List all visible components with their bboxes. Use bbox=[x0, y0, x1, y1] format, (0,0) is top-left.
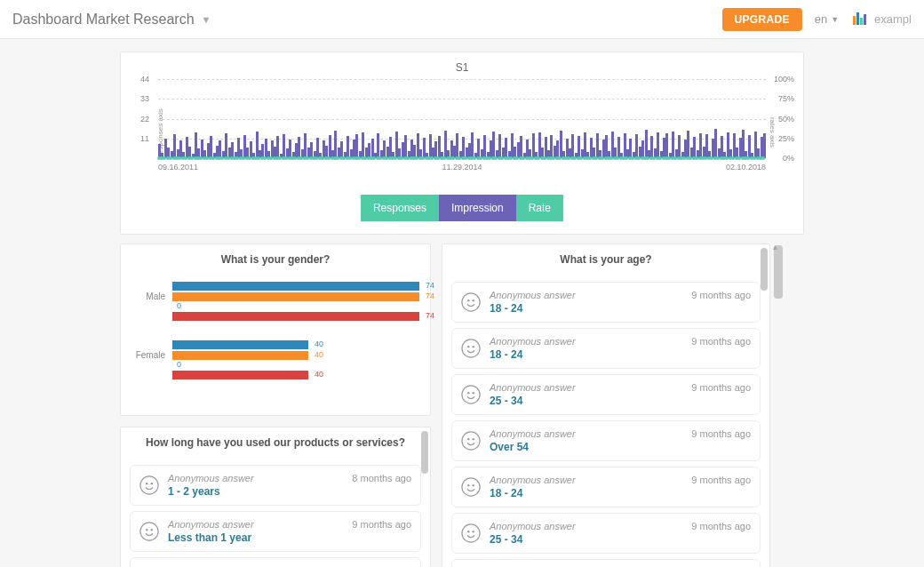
brand-logo-icon bbox=[851, 11, 869, 28]
tab-responses[interactable]: Responses bbox=[361, 195, 439, 221]
ytick-left: 33 bbox=[140, 94, 149, 103]
tab-rate[interactable]: Rate bbox=[516, 195, 563, 221]
timeline-card: S1 responses axis rates axis 44 33 22 11… bbox=[120, 52, 804, 235]
svg-point-24 bbox=[473, 438, 474, 440]
caret-down-icon: ▼ bbox=[202, 14, 211, 25]
language-label: en bbox=[815, 12, 827, 26]
svg-point-29 bbox=[467, 531, 469, 532]
answer-value: Less than 1 year bbox=[168, 531, 411, 544]
age-scrollbar[interactable] bbox=[761, 248, 768, 567]
answer-card[interactable]: Anonymous answer9 months ago18 - 24 bbox=[451, 559, 761, 567]
svg-point-30 bbox=[473, 531, 474, 532]
ytick-right: 0% bbox=[783, 154, 794, 163]
y-axis-right-label: rates axis bbox=[768, 117, 776, 148]
answer-anon-label: Anonymous answer bbox=[490, 521, 576, 531]
answer-anon-label: Anonymous answer bbox=[490, 475, 576, 485]
gender-label: Female bbox=[131, 350, 172, 360]
lower-grid: What is your gender? 74Male7407440Female… bbox=[120, 244, 804, 567]
gender-title: What is your gender? bbox=[121, 244, 430, 273]
gender-value: 74 bbox=[426, 311, 434, 320]
answer-card[interactable]: Anonymous answer9 months ago18 - 24 bbox=[451, 282, 761, 323]
ytick-right: 100% bbox=[774, 75, 794, 84]
gender-bar bbox=[172, 351, 308, 360]
answer-anon-label: Anonymous answer bbox=[168, 473, 254, 483]
caret-down-icon: ▼ bbox=[831, 15, 839, 24]
gender-value: 40 bbox=[315, 350, 323, 359]
xtick: 02.10.2018 bbox=[726, 163, 766, 172]
gender-label: Male bbox=[131, 291, 172, 301]
gender-bar bbox=[172, 292, 419, 301]
answer-anon-label: Anonymous answer bbox=[490, 382, 576, 393]
language-dropdown[interactable]: en ▼ bbox=[815, 12, 839, 26]
answer-value: 25 - 34 bbox=[490, 395, 751, 407]
answer-value: 18 - 24 bbox=[490, 487, 751, 499]
page-title: Dashboard Market Research bbox=[12, 12, 195, 28]
ytick-left: 11 bbox=[140, 134, 149, 143]
answer-card[interactable]: Anonymous answer9 months agoLess than 1 … bbox=[130, 511, 421, 552]
svg-point-25 bbox=[462, 478, 480, 496]
svg-point-7 bbox=[140, 523, 158, 540]
answer-time: 9 months ago bbox=[352, 519, 411, 530]
chart-title: S1 bbox=[133, 61, 791, 74]
answer-time: 8 months ago bbox=[352, 473, 411, 483]
svg-rect-1 bbox=[856, 12, 859, 25]
svg-rect-2 bbox=[860, 18, 863, 25]
topbar: Dashboard Market Research ▼ UPGRADE en ▼… bbox=[0, 0, 924, 39]
svg-point-26 bbox=[467, 484, 469, 486]
answer-card[interactable]: Anonymous answer9 months ago18 - 24 bbox=[451, 467, 761, 507]
answer-card[interactable]: Anonymous answer9 months ago18 - 24 bbox=[451, 328, 761, 369]
account-name[interactable]: exampl bbox=[874, 12, 912, 26]
svg-point-17 bbox=[467, 346, 469, 347]
answer-value: Over 54 bbox=[490, 441, 751, 453]
chart-plot: 44 33 22 11 100% 75% 50% 25% 0% bbox=[158, 79, 766, 159]
svg-rect-3 bbox=[864, 14, 866, 25]
gender-value: 40 bbox=[315, 339, 323, 348]
avatar-icon bbox=[461, 477, 481, 497]
scroll-up-icon[interactable]: ▴ bbox=[773, 242, 777, 252]
answer-anon-label: Anonymous answer bbox=[168, 519, 254, 530]
svg-point-27 bbox=[473, 484, 474, 486]
answer-card[interactable]: Anonymous answer9 months ago25 - 34 bbox=[451, 513, 761, 554]
avatar-icon bbox=[461, 523, 481, 543]
answer-value: 18 - 24 bbox=[490, 348, 751, 361]
svg-point-22 bbox=[462, 432, 480, 450]
age-title: What is your age? bbox=[442, 244, 769, 273]
answer-card[interactable]: Anonymous answer9 months ago25 - 34 bbox=[451, 374, 761, 415]
answer-value: 18 - 24 bbox=[490, 302, 751, 315]
tab-impression[interactable]: Impression bbox=[439, 195, 516, 221]
upgrade-button[interactable]: UPGRADE bbox=[722, 8, 802, 31]
svg-point-19 bbox=[462, 386, 480, 403]
avatar-icon bbox=[461, 385, 481, 404]
ytick-right: 50% bbox=[778, 115, 794, 124]
answer-time: 9 months ago bbox=[691, 290, 751, 300]
avatar-icon bbox=[139, 522, 159, 541]
answer-time: 9 months ago bbox=[691, 521, 751, 531]
gender-value: 40 bbox=[315, 370, 323, 379]
avatar-icon bbox=[461, 292, 481, 312]
ytick-right: 25% bbox=[778, 134, 794, 143]
answer-time: 9 months ago bbox=[691, 336, 751, 347]
xtick: 09.16.2011 bbox=[158, 163, 198, 172]
gender-bar bbox=[172, 340, 308, 349]
ytick-left: 22 bbox=[140, 115, 149, 124]
timeline-bar bbox=[763, 133, 766, 158]
page-title-dropdown[interactable]: Dashboard Market Research ▼ bbox=[12, 12, 211, 28]
answer-anon-label: Anonymous answer bbox=[490, 290, 576, 300]
svg-point-4 bbox=[140, 476, 158, 494]
timeline-chart: responses axis rates axis 44 33 22 11 10… bbox=[158, 79, 766, 186]
answer-card[interactable]: Anonymous answer9 months agoOver 54 bbox=[451, 420, 761, 461]
usage-title: How long have you used our products or s… bbox=[121, 427, 430, 456]
gender-value: 74 bbox=[426, 281, 434, 290]
answer-card[interactable]: Anonymous answer8 months ago1 - 2 years bbox=[130, 465, 421, 506]
svg-rect-0 bbox=[853, 16, 856, 25]
xtick: 11.29.2014 bbox=[442, 163, 482, 172]
avatar-icon bbox=[139, 475, 159, 495]
svg-point-18 bbox=[473, 346, 474, 347]
svg-point-6 bbox=[151, 483, 153, 484]
svg-point-8 bbox=[146, 529, 147, 531]
svg-point-23 bbox=[467, 438, 469, 440]
answer-card[interactable]: Anonymous answer9 months agoNever used bbox=[130, 557, 421, 567]
avatar-icon bbox=[461, 339, 481, 358]
usage-scrollbar[interactable] bbox=[421, 431, 428, 567]
page-scrollbar[interactable]: ▴ ▾ bbox=[774, 244, 783, 567]
